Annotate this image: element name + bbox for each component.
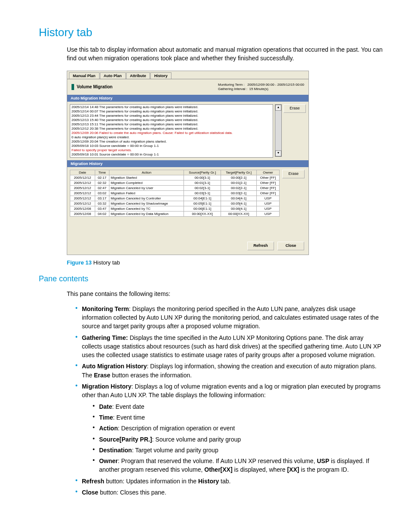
erase-migration-history-button[interactable]: Erase	[282, 170, 305, 178]
table-row[interactable]: 2005/12/1203:32Migration Canceled by Sha…	[70, 201, 280, 206]
pane-contents-heading: Pane contents	[39, 274, 385, 283]
col-target: Target[Parity Gr.]	[221, 170, 256, 175]
volume-migration-icon	[72, 84, 74, 90]
col-date: Date	[70, 170, 95, 175]
pane-intro: This pane contains the following items:	[67, 289, 385, 298]
intro-text: Use this tab to display information abou…	[67, 45, 385, 63]
col-source: Source[Parity Gr.]	[184, 170, 221, 175]
auto-migration-log[interactable]: 2005/12/14 14:48 The parameters for crea…	[70, 104, 273, 158]
item-refresh: Refresh button: Updates information in t…	[75, 477, 385, 485]
col-owner: Owner	[256, 170, 279, 175]
table-row[interactable]: 2005/12/1202:32Migration Completed00:01[…	[70, 180, 280, 186]
erase-auto-history-button[interactable]: Erase	[283, 104, 306, 113]
volume-migration-title: Volume Migration	[77, 84, 112, 89]
col-time: Time	[95, 170, 109, 175]
item-gathering-time: Gathering Time: Displays the time specif…	[75, 333, 385, 360]
tab-bar: Manual Plan Auto Plan Attribute History	[67, 71, 308, 79]
page-heading: History tab	[39, 26, 385, 39]
sub-time: Time: Event time	[93, 413, 385, 422]
item-migration-history: Migration History: Displays a log of vol…	[75, 382, 385, 400]
close-button[interactable]: Close	[277, 242, 304, 250]
log-scrollbar[interactable]: ▲ ▼	[275, 104, 282, 157]
migration-history-table: Date Time Action Source[Parity Gr.] Targ…	[70, 170, 280, 217]
auto-migration-history-bar: Auto Migration History	[67, 95, 308, 102]
item-auto-migration-history: Auto Migration History: Displays log inf…	[75, 362, 385, 380]
table-row[interactable]: 2005/12/1202:47Migration Canceled by Use…	[70, 186, 280, 191]
item-monitoring-term: Monitoring Term: Displays the monitoring…	[75, 305, 385, 331]
tab-manual-plan[interactable]: Manual Plan	[69, 72, 100, 79]
sub-owner: Owner: Program that reserved the volume.…	[93, 457, 385, 474]
tab-history[interactable]: History	[150, 72, 171, 79]
sub-date: Date: Event date	[93, 402, 385, 411]
col-action: Action	[109, 170, 184, 175]
sub-source: Source[Parity PR.]: Source volume and pa…	[93, 435, 385, 444]
sub-action: Action: Description of migration operati…	[93, 424, 385, 432]
figure-caption: Figure 13 History tab	[67, 259, 385, 266]
scroll-down-icon[interactable]: ▼	[275, 150, 281, 156]
table-row[interactable]: 2005/12/0804:02Migration Canceled by Dat…	[70, 212, 280, 217]
table-row[interactable]: 2005/12/1203:17Migration Canceled by Con…	[70, 196, 280, 201]
tab-auto-plan[interactable]: Auto Plan	[100, 72, 126, 79]
migration-history-bar: Migration History	[67, 160, 308, 167]
scroll-up-icon[interactable]: ▲	[275, 105, 281, 111]
table-row[interactable]: 2005/12/1202:17Migration Started00:00[3-…	[70, 175, 280, 180]
table-row[interactable]: 2005/12/0803:47Migration Canceled by TC0…	[70, 206, 280, 212]
item-close: Close button: Closes this pane.	[75, 488, 385, 497]
table-row[interactable]: 2005/12/1203:02Migration Failed00:03[3-1…	[70, 191, 280, 196]
tab-attribute[interactable]: Attribute	[126, 72, 150, 79]
refresh-button[interactable]: Refresh	[247, 242, 274, 250]
monitoring-info: Monitoring Term : 2005/12/09 00:00 - 200…	[218, 83, 304, 92]
history-tab-screenshot: Manual Plan Auto Plan Attribute History …	[67, 71, 309, 255]
sub-destination: Destination: Target volume and parity gr…	[93, 446, 385, 454]
